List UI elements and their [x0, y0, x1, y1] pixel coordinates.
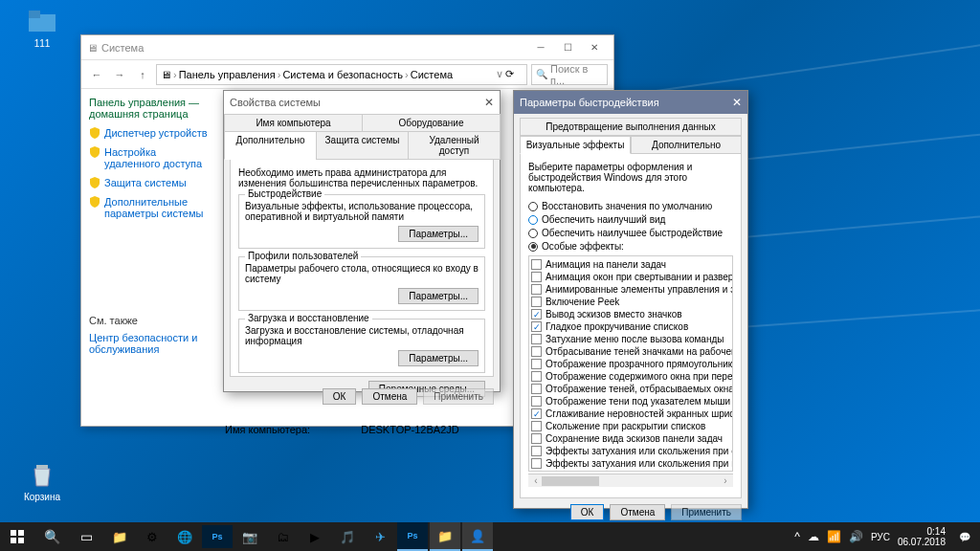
close-icon[interactable]: ✕ [732, 96, 742, 109]
tray-up-icon[interactable]: ^ [794, 530, 800, 543]
sidebar-item-security-center[interactable]: Центр безопасности и обслуживания [89, 332, 208, 355]
effect-checkbox-row[interactable]: Сохранение вида эскизов панели задач [531, 432, 730, 445]
tray-language[interactable]: РУС [871, 532, 890, 542]
scroll-thumb[interactable] [542, 476, 599, 486]
taskbar-app[interactable]: 🗂 [267, 525, 298, 548]
tab-hardware[interactable]: Оборудование [362, 114, 501, 132]
close-button[interactable]: ✕ [581, 38, 608, 57]
desktop-icon-recycle[interactable]: Корзина [13, 459, 71, 502]
tab-row-2: Дополнительно Защита системы Удаленный д… [224, 131, 500, 159]
breadcrumb[interactable]: 🖥 › Панель управления › Система и безопа… [156, 64, 527, 85]
profiles-settings-button[interactable]: Параметры... [398, 288, 479, 304]
titlebar[interactable]: 🖥 Система ─ ☐ ✕ [81, 35, 613, 60]
tab-advanced[interactable]: Дополнительно [631, 136, 742, 154]
effect-checkbox-row[interactable]: Отображение прозрачного прямоугольника в… [531, 358, 730, 370]
sidebar-item-protection[interactable]: Защита системы [89, 177, 208, 188]
checkbox-icon [531, 458, 542, 469]
sidebar-heading[interactable]: Панель управления — домашняя страница [89, 97, 208, 120]
tray-network-icon[interactable]: 📶 [827, 530, 841, 543]
shield-icon [89, 196, 100, 208]
taskbar-app-explorer-active[interactable]: 📁 [430, 522, 460, 551]
ok-button[interactable]: ОК [570, 504, 605, 520]
breadcrumb-item[interactable]: Система [411, 69, 453, 80]
effect-checkbox-row[interactable]: Эффекты затухания или скольжения при поя… [531, 457, 730, 470]
effect-checkbox-row[interactable]: Отбрасывание теней значками на рабочем с… [531, 345, 730, 358]
dialog-titlebar[interactable]: Свойства системы ✕ [224, 91, 500, 114]
effect-checkbox-row[interactable]: ✓Сглаживание неровностей экранных шрифто… [531, 408, 730, 420]
pc-icon: 🖥 [161, 69, 171, 80]
effect-checkbox-row[interactable]: Анимация окон при свертывании и разверты… [531, 271, 730, 283]
taskbar-app[interactable]: 📁 [104, 525, 135, 548]
cancel-button[interactable]: Отмена [610, 504, 665, 520]
breadcrumb-item[interactable]: Система и безопасность [282, 69, 403, 80]
tray-clock[interactable]: 0:14 06.07.2018 [898, 526, 946, 547]
taskbar-app-telegram[interactable]: ✈ [365, 525, 395, 548]
taskbar-app-photoshop-active[interactable]: Ps [397, 522, 428, 551]
effect-checkbox-row[interactable]: Отображение тени под указателем мыши [531, 395, 730, 408]
tray-onedrive-icon[interactable]: ☁ [808, 530, 819, 543]
tab-visual-effects[interactable]: Визуальные эффекты [520, 136, 631, 154]
checkbox-icon [531, 346, 542, 357]
desktop-icon-folder[interactable]: 111 [13, 6, 71, 49]
effect-label: Включение Peek [546, 297, 619, 307]
effect-checkbox-row[interactable]: ✓Гладкое прокручивание списков [531, 320, 730, 333]
sidebar-item-advanced[interactable]: Дополнительные параметры системы [89, 196, 208, 219]
radio-best-appearance[interactable]: Обеспечить наилучший вид [528, 214, 733, 225]
sidebar-item-device-manager[interactable]: Диспетчер устройств [89, 127, 208, 139]
effect-label: Затухание меню после вызова команды [546, 334, 724, 344]
start-button[interactable] [0, 522, 34, 551]
effect-checkbox-row[interactable]: Включение Peek [531, 296, 730, 308]
horizontal-scrollbar[interactable]: ‹ › [528, 474, 733, 487]
dialog-titlebar[interactable]: Параметры быстродействия ✕ [514, 91, 747, 114]
taskbar-app[interactable]: 🌐 [169, 525, 200, 548]
action-center-button[interactable]: 💬 [953, 522, 976, 551]
minimize-button[interactable]: ─ [527, 38, 554, 57]
forward-button[interactable]: → [110, 65, 129, 84]
radio-custom[interactable]: Особые эффекты: [528, 241, 733, 252]
effect-checkbox-row[interactable]: Отображение содержимого окна при перетас… [531, 370, 730, 383]
tab-computer-name[interactable]: Имя компьютера [224, 114, 363, 132]
tab-protection[interactable]: Защита системы [316, 131, 409, 160]
effect-checkbox-row[interactable]: Затухание меню после вызова команды [531, 333, 730, 345]
tray-volume-icon[interactable]: 🔊 [849, 530, 863, 543]
scroll-left-icon[interactable]: ‹ [530, 475, 542, 486]
effect-checkbox-row[interactable]: ✓Вывод эскизов вместо значков [531, 308, 730, 320]
radio-best-performance[interactable]: Обеспечить наилучшее быстродействие [528, 228, 733, 238]
maximize-button[interactable]: ☐ [554, 38, 581, 57]
back-button[interactable]: ← [87, 65, 106, 84]
taskbar-app[interactable]: 🎵 [332, 525, 363, 548]
computer-name-label: Имя компьютера: [225, 424, 310, 435]
taskbar-app[interactable]: ▶ [300, 525, 330, 548]
effects-listbox[interactable]: Анимация на панели задачАнимация окон пр… [528, 255, 733, 472]
chevron-down-icon[interactable]: ∨ [496, 68, 503, 80]
startup-settings-button[interactable]: Параметры... [398, 350, 479, 366]
effect-label: Гладкое прокручивание списков [546, 321, 688, 332]
task-view-button[interactable]: ▭ [69, 522, 103, 551]
taskbar-app-settings-active[interactable]: 👤 [462, 522, 493, 551]
tab-dep[interactable]: Предотвращение выполнения данных [520, 118, 742, 136]
effect-checkbox-row[interactable]: Анимированные элементы управления и элем… [531, 283, 730, 296]
sidebar-item-remote[interactable]: Настройка удаленного доступа [89, 146, 208, 169]
effect-checkbox-row[interactable]: Анимация на панели задач [531, 258, 730, 271]
taskbar-app[interactable]: 📷 [234, 525, 265, 548]
tab-advanced[interactable]: Дополнительно [224, 131, 317, 160]
ok-button[interactable]: ОК [323, 388, 357, 405]
search-button[interactable]: 🔍 [34, 522, 69, 551]
effect-checkbox-row[interactable]: Отображение теней, отбрасываемых окнами [531, 383, 730, 395]
search-input[interactable]: 🔍 Поиск в п... [531, 64, 608, 85]
desktop-icon-label: Корзина [13, 492, 71, 502]
tab-remote[interactable]: Удаленный доступ [408, 131, 501, 160]
taskbar-app[interactable]: ⚙ [137, 525, 167, 548]
breadcrumb-item[interactable]: Панель управления [179, 69, 276, 80]
close-icon[interactable]: ✕ [484, 96, 494, 109]
performance-settings-button[interactable]: Параметры... [398, 226, 479, 242]
cancel-button[interactable]: Отмена [362, 388, 417, 405]
refresh-icon[interactable]: ⟳ [505, 68, 523, 80]
taskbar-app-photoshop[interactable]: Ps [202, 525, 233, 548]
effect-checkbox-row[interactable]: Эффекты затухания или скольжения при обр… [531, 445, 730, 457]
up-button[interactable]: ↑ [133, 65, 152, 84]
radio-default[interactable]: Восстановить значения по умолчанию [528, 201, 733, 211]
effect-checkbox-row[interactable]: Скольжение при раскрытии списков [531, 420, 730, 432]
scroll-right-icon[interactable]: › [720, 475, 731, 486]
search-icon: 🔍 [536, 69, 547, 79]
